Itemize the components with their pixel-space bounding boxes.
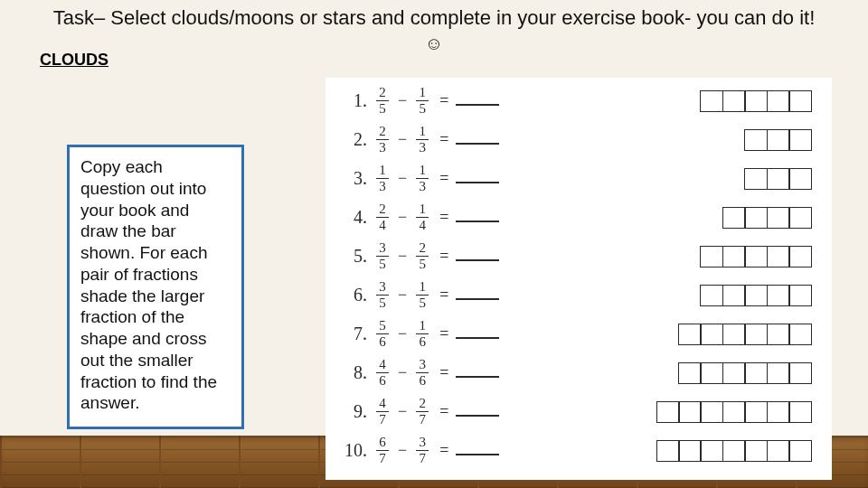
bar-cell (744, 129, 768, 151)
fraction-denominator: 3 (379, 180, 386, 193)
fraction-numerator: 2 (419, 397, 426, 410)
equals-sign: = (439, 363, 448, 382)
fraction-denominator: 7 (419, 452, 426, 465)
fraction: 23 (376, 125, 389, 155)
bar-cell (722, 285, 746, 306)
bar-cell (744, 362, 768, 384)
fraction-numerator: 1 (419, 202, 426, 216)
minus-operator: − (398, 91, 407, 110)
fraction: 37 (416, 436, 429, 465)
bar-cell (744, 246, 768, 267)
minus-operator: − (398, 402, 407, 421)
equals-sign: = (439, 208, 448, 227)
bar-cell (788, 362, 812, 384)
bar-cell (788, 207, 812, 229)
instruction-box: Copy each question out into your book an… (67, 145, 244, 429)
answer-blank (456, 182, 499, 183)
equals-sign: = (439, 169, 448, 188)
problem-number: 8. (342, 362, 373, 383)
instruction-text: Copy each question out into your book an… (80, 157, 217, 412)
fraction-numerator: 1 (419, 280, 426, 294)
fraction-numerator: 2 (379, 202, 386, 216)
equals-sign: = (439, 91, 448, 110)
fraction: 24 (376, 202, 389, 232)
fraction: 56 (376, 319, 389, 349)
fraction-numerator: 1 (419, 164, 426, 177)
fraction-denominator: 3 (419, 141, 426, 155)
fraction: 16 (416, 319, 429, 349)
bar-model (700, 285, 812, 306)
fraction-denominator: 5 (419, 258, 426, 271)
fraction-denominator: 6 (419, 374, 426, 388)
equation: 47−27= (373, 397, 553, 427)
bar-cell (767, 129, 790, 151)
bar-cell (744, 207, 768, 229)
fraction-denominator: 4 (379, 219, 386, 232)
slide-stage: Task– Select clouds/moons or stars and c… (0, 0, 868, 488)
fraction-denominator: 6 (419, 335, 426, 349)
bar-model (678, 324, 812, 345)
bar-cell (788, 129, 812, 151)
answer-blank (456, 454, 499, 455)
minus-operator: − (398, 363, 407, 382)
equals-sign: = (439, 402, 448, 421)
fraction-numerator: 1 (419, 86, 426, 99)
problem-number: 6. (342, 285, 373, 305)
bar-model (656, 401, 812, 423)
fraction-numerator: 6 (379, 436, 386, 449)
fraction-numerator: 1 (379, 164, 386, 177)
equation: 35−15= (373, 280, 553, 310)
minus-operator: − (398, 130, 407, 149)
equation: 24−14= (373, 202, 553, 232)
minus-operator: − (398, 247, 407, 266)
bar-cell (656, 440, 680, 462)
fraction: 36 (416, 358, 429, 388)
fraction-numerator: 2 (379, 125, 386, 138)
fraction-denominator: 5 (379, 102, 386, 116)
bar-model (656, 440, 812, 462)
bar-cell (744, 440, 768, 462)
equals-sign: = (439, 324, 448, 343)
fraction-denominator: 7 (379, 413, 386, 427)
problem-number: 4. (342, 207, 373, 228)
bar-cell (767, 324, 790, 345)
bar-cell (678, 401, 702, 423)
problem-number: 9. (342, 401, 373, 422)
bar-cell (722, 440, 746, 462)
bar-cell (767, 90, 790, 112)
answer-blank (456, 376, 499, 378)
fraction: 46 (376, 358, 389, 388)
fraction-numerator: 3 (379, 241, 386, 255)
bar-cell (700, 285, 723, 306)
fraction-denominator: 3 (419, 180, 426, 193)
bar-cell (788, 401, 812, 423)
equation: 46−36= (373, 358, 553, 388)
fraction-denominator: 5 (379, 258, 386, 271)
equation: 23−13= (373, 125, 553, 155)
bar-model (722, 207, 812, 229)
equation: 13−13= (373, 164, 553, 193)
answer-blank (456, 259, 499, 261)
bar-cell (700, 440, 723, 462)
problem-row: 2.23−13= (342, 120, 819, 159)
bar-cell (722, 90, 746, 112)
bar-cell (744, 401, 768, 423)
problem-row: 10.67−37= (342, 431, 819, 470)
bar-cell (788, 168, 812, 190)
problem-row: 5.35−25= (342, 237, 819, 276)
bar-model (700, 90, 812, 112)
bar-model (700, 246, 812, 267)
bar-cell (722, 362, 746, 384)
fraction-numerator: 3 (379, 280, 386, 294)
bar-cell (767, 440, 790, 462)
problem-number: 1. (342, 90, 373, 111)
equation: 67−37= (373, 436, 553, 465)
bar-cell (722, 324, 746, 345)
bar-cell (744, 324, 768, 345)
problem-number: 3. (342, 168, 373, 189)
bar-model (744, 168, 812, 190)
bar-cell (767, 168, 790, 190)
fraction-numerator: 3 (419, 436, 426, 449)
task-title-text: Task– Select clouds/moons or stars and c… (53, 6, 816, 29)
bar-cell (700, 362, 723, 384)
